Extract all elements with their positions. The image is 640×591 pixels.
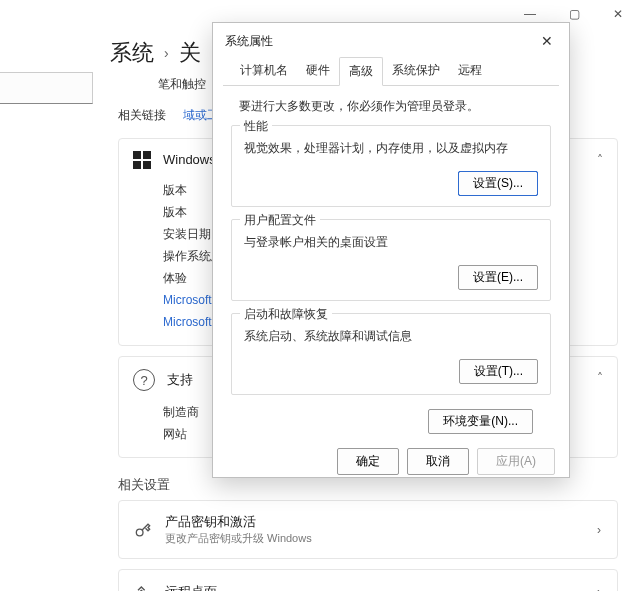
- ok-button[interactable]: 确定: [337, 448, 399, 475]
- admin-intro-text: 要进行大多数更改，你必须作为管理员登录。: [239, 98, 551, 115]
- chevron-up-icon[interactable]: ˄: [597, 371, 603, 385]
- chevron-right-icon: ›: [597, 523, 601, 537]
- cancel-button[interactable]: 取消: [407, 448, 469, 475]
- close-window-button[interactable]: ✕: [596, 0, 640, 28]
- search-input[interactable]: [0, 72, 93, 104]
- remote-desktop-title: 远程桌面: [165, 583, 217, 591]
- key-icon: [133, 520, 153, 540]
- user-profiles-settings-button[interactable]: 设置(E)...: [458, 265, 538, 290]
- breadcrumb-system[interactable]: 系统: [110, 38, 154, 68]
- dialog-tabs: 计算机名 硬件 高级 系统保护 远程: [223, 57, 559, 86]
- breadcrumb-about: 关: [179, 38, 201, 68]
- close-icon: ✕: [613, 7, 623, 21]
- tab-advanced[interactable]: 高级: [339, 57, 383, 86]
- remote-desktop-icon: [133, 582, 153, 591]
- user-profiles-desc: 与登录帐户相关的桌面设置: [244, 234, 538, 251]
- product-key-title: 产品密钥和激活: [165, 513, 312, 531]
- system-properties-dialog: 系统属性 ✕ 计算机名 硬件 高级 系统保护 远程 要进行大多数更改，你必须作为…: [212, 22, 570, 478]
- question-icon: ?: [133, 369, 155, 391]
- support-title: 支持: [167, 371, 193, 389]
- apply-button: 应用(A): [477, 448, 555, 475]
- performance-desc: 视觉效果，处理器计划，内存使用，以及虚拟内存: [244, 140, 538, 157]
- maximize-icon: ▢: [569, 7, 580, 21]
- startup-recovery-desc: 系统启动、系统故障和调试信息: [244, 328, 538, 345]
- remote-desktop-card[interactable]: 远程桌面 ›: [118, 569, 618, 591]
- related-links-title: 相关链接: [118, 108, 166, 122]
- tab-remote[interactable]: 远程: [449, 57, 491, 85]
- chevron-right-icon: ›: [597, 585, 601, 591]
- minimize-icon: —: [524, 7, 536, 21]
- product-key-sub: 更改产品密钥或升级 Windows: [165, 531, 312, 546]
- tab-system-protection[interactable]: 系统保护: [383, 57, 449, 85]
- product-key-card[interactable]: 产品密钥和激活 更改产品密钥或升级 Windows ›: [118, 500, 618, 559]
- performance-legend: 性能: [240, 118, 272, 135]
- windows-icon: [133, 151, 151, 169]
- chevron-right-icon: ›: [164, 45, 169, 61]
- performance-settings-button[interactable]: 设置(S)...: [458, 171, 538, 196]
- svg-point-0: [136, 529, 143, 536]
- chevron-up-icon[interactable]: ˄: [597, 153, 603, 167]
- startup-recovery-settings-button[interactable]: 设置(T)...: [459, 359, 538, 384]
- dialog-title: 系统属性: [225, 33, 273, 50]
- user-profiles-legend: 用户配置文件: [240, 212, 320, 229]
- tab-hardware[interactable]: 硬件: [297, 57, 339, 85]
- startup-recovery-group: 启动和故障恢复 系统启动、系统故障和调试信息 设置(T)...: [231, 313, 551, 395]
- user-profiles-group: 用户配置文件 与登录帐户相关的桌面设置 设置(E)...: [231, 219, 551, 301]
- environment-variables-button[interactable]: 环境变量(N)...: [428, 409, 533, 434]
- performance-group: 性能 视觉效果，处理器计划，内存使用，以及虚拟内存 设置(S)...: [231, 125, 551, 207]
- startup-recovery-legend: 启动和故障恢复: [240, 306, 332, 323]
- tab-computer-name[interactable]: 计算机名: [231, 57, 297, 85]
- dialog-close-button[interactable]: ✕: [535, 31, 559, 51]
